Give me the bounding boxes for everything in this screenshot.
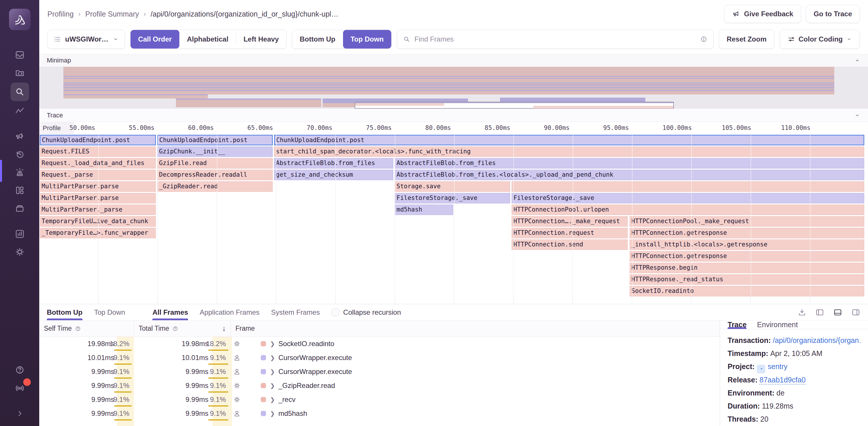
flame-frame[interactable]: start_child_span_decorator.<locals>.func… (274, 146, 864, 157)
minimap-viewport[interactable] (354, 102, 674, 109)
sidebar-item-explore[interactable] (10, 65, 29, 81)
breadcrumb-item[interactable]: Profiling (48, 10, 73, 18)
frame-name[interactable]: ❯SocketIO.readinto (270, 340, 334, 348)
flame-frame[interactable]: HTTPConnectionPool._make_request (630, 216, 864, 227)
flame-frame[interactable]: SocketIO.readinto (630, 286, 864, 296)
flame-frame[interactable]: Request.FILES (40, 146, 156, 157)
expand-chevron-icon[interactable]: ❯ (270, 410, 275, 417)
sidebar-item-stats[interactable] (10, 226, 29, 242)
tab-bottom-up[interactable]: Bottom Up (47, 304, 83, 320)
find-frames-input[interactable] (414, 35, 696, 43)
go-to-trace-button[interactable]: Go to Trace (806, 5, 860, 23)
flame-frame[interactable]: ChunkUploadEndpoint.post (40, 135, 156, 145)
layout-right-icon[interactable] (851, 308, 861, 317)
download-icon[interactable] (798, 308, 806, 317)
chevron-up-icon[interactable] (854, 57, 861, 64)
flame-frame[interactable]: FilestoreStorage._save (395, 193, 510, 203)
direction-option-top-down[interactable]: Top Down (343, 30, 391, 48)
flame-frame[interactable]: GzipChunk.__init__ (157, 146, 273, 157)
tab-all-frames[interactable]: All Frames (152, 304, 188, 320)
sidebar-item-dashboards[interactable] (10, 182, 29, 199)
flame-frame[interactable] (512, 181, 864, 192)
flame-frame[interactable]: get_size_and_checksum (274, 170, 393, 180)
flame-frame[interactable]: AbstractFileBlob.from_files (395, 158, 864, 168)
flamegraph[interactable]: ChunkUploadEndpoint.postChunkUploadEndpo… (39, 134, 868, 304)
flame-frame[interactable]: _TemporaryFile…>.func_wrapper (40, 228, 156, 238)
sidebar-item-issues[interactable] (10, 46, 29, 63)
column-header-frame[interactable]: Frame (231, 321, 720, 336)
expand-chevron-icon[interactable]: ❯ (270, 396, 275, 403)
expand-chevron-icon[interactable]: ❯ (270, 354, 275, 361)
flame-frame[interactable]: _GzipReader.read (157, 181, 273, 192)
collapse-recursion-toggle[interactable]: Collapse recursion (332, 308, 401, 317)
frame-name[interactable]: ❯_GzipReader.read (270, 382, 335, 390)
frame-name[interactable]: ❯CursorWrapper.execute (270, 368, 352, 376)
sidebar-item-settings[interactable] (10, 243, 29, 260)
flame-frame[interactable]: FilestoreStorage._save (512, 193, 864, 203)
expand-chevron-icon[interactable]: ❯ (270, 340, 275, 347)
flame-frame[interactable]: MultiPartParser.parse (40, 193, 156, 203)
layout-bottom-icon[interactable] (833, 308, 842, 317)
sidebar-item-help[interactable] (10, 361, 29, 378)
expand-chevron-icon[interactable]: ❯ (270, 368, 275, 375)
sidebar-collapse-toggle[interactable] (10, 405, 29, 422)
column-header-total-time[interactable]: Total Time ↓ (134, 321, 231, 336)
flame-frame[interactable]: HTTPConnection.send (512, 239, 628, 250)
flame-frame[interactable]: AbstractFileBlob.from_files (274, 158, 393, 168)
table-row[interactable]: 10.01ms9.1%10.01ms9.1%❯CursorWrapper.exe… (39, 351, 720, 365)
details-field-value[interactable]: 87aab1d9cfa0 (760, 376, 806, 384)
flame-frame[interactable]: Request._parse (40, 170, 156, 180)
table-row[interactable]: 19.98ms18.2%19.98ms18.2%❯SocketIO.readin… (39, 337, 720, 351)
flame-frame[interactable]: ChunkUploadEndpoint.post (274, 135, 864, 145)
reset-zoom-button[interactable]: Reset Zoom (719, 30, 774, 49)
flame-frame[interactable]: HTTPConnection.getresponse (630, 251, 864, 262)
details-field-value[interactable]: sentry (768, 362, 787, 370)
breadcrumb-item[interactable]: Profile Summary (85, 10, 139, 18)
give-feedback-button[interactable]: Give Feedback (724, 5, 801, 23)
details-tab-environment[interactable]: Environment (757, 321, 798, 329)
color-coding-dropdown[interactable]: Color Coding (780, 30, 860, 49)
table-row[interactable]: 9.99ms9.1%9.99ms9.1%❯_GzipReader.read (39, 379, 720, 393)
flame-frame[interactable]: TemporaryFileU…ive_data_chunk (40, 216, 156, 227)
table-row[interactable]: 9.99ms9.1%9.99ms9.1%❯md5hash (39, 406, 720, 421)
chevron-down-icon[interactable] (854, 112, 861, 119)
sorting-option-alphabetical[interactable]: Alphabetical (179, 30, 236, 48)
details-field-value[interactable]: /api/0/organizations/{organ… (773, 336, 861, 345)
layout-left-icon[interactable] (815, 308, 825, 317)
flame-frame[interactable]: HTTPConnection.getresponse (630, 228, 864, 238)
frame-name[interactable]: ❯CursorWrapper.execute (270, 354, 352, 362)
collapse-recursion-checkbox[interactable] (332, 308, 339, 316)
sentry-logo-icon[interactable] (9, 9, 31, 30)
expand-chevron-icon[interactable]: ❯ (270, 382, 275, 389)
flame-frame[interactable]: Request._load_data_and_files (40, 158, 156, 168)
sidebar-item-feedback[interactable] (10, 128, 29, 145)
info-icon[interactable] (700, 35, 708, 43)
minimap-chart[interactable] (39, 67, 868, 109)
flame-frame[interactable]: md5hash (395, 204, 453, 215)
frame-name[interactable]: ❯md5hash (270, 409, 307, 418)
flame-frame[interactable]: GzipFile.read (157, 158, 273, 168)
tab-top-down[interactable]: Top Down (94, 304, 125, 320)
flame-frame[interactable]: HTTPConnection.request (512, 228, 628, 238)
flame-frame[interactable]: HTTPResponse._read_status (630, 274, 864, 285)
sidebar-item-traces[interactable] (10, 102, 29, 119)
flame-frame[interactable]: _install_httplib.<locals>.getresponse (630, 239, 864, 250)
table-row[interactable]: 9.99ms9.1%9.99ms9.1%❯_recv (39, 393, 720, 406)
flame-frame[interactable]: HTTPConnectionPool.urlopen (512, 204, 864, 215)
direction-option-bottom-up[interactable]: Bottom Up (292, 30, 343, 48)
frame-name[interactable]: ❯_recv (270, 395, 295, 404)
flame-frame[interactable]: DecompressReader.readall (157, 170, 273, 180)
sidebar-item-alerts[interactable] (10, 164, 29, 181)
sorting-option-left-heavy[interactable]: Left Heavy (236, 30, 286, 48)
thread-selector-dropdown[interactable]: uWSGIWor… (48, 30, 125, 49)
tab-system-frames[interactable]: System Frames (271, 304, 320, 320)
sidebar-item-broadcasts[interactable] (10, 380, 29, 396)
flame-frame[interactable]: MultiPartParser._parse (40, 204, 156, 215)
tab-application-frames[interactable]: Application Frames (200, 304, 259, 320)
column-header-self-time[interactable]: Self Time (39, 321, 134, 336)
flame-frame[interactable]: Storage.save (395, 181, 510, 192)
sorting-option-call-order[interactable]: Call Order (130, 30, 179, 48)
flame-frame[interactable]: AbstractFileBlob.from_files.<locals>._up… (395, 170, 864, 180)
details-tab-trace[interactable]: Trace (727, 321, 746, 329)
flame-frame[interactable]: HTTPConnection…._make_request (512, 216, 628, 227)
